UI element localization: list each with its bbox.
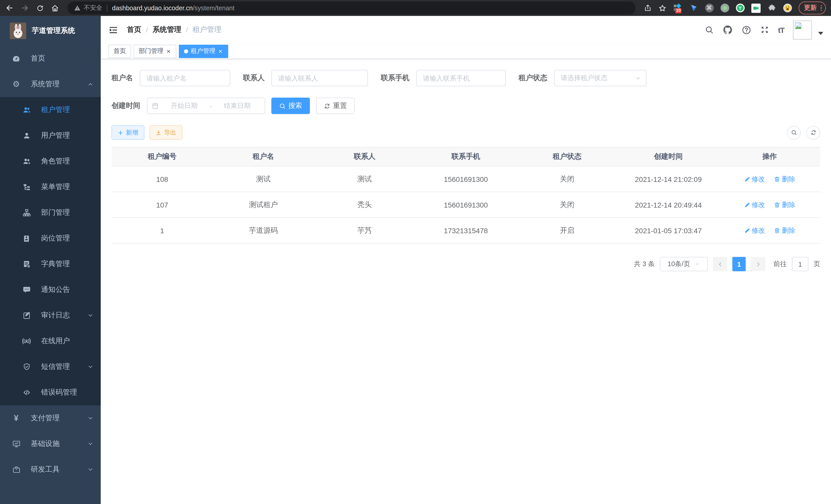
sidebar-item-label: 用户管理 (41, 131, 70, 140)
delete-button[interactable]: 删除 (774, 200, 795, 209)
sidebar-item-error-code-management[interactable]: 错误码管理 (0, 380, 101, 405)
sidebar-item-label: 支付管理 (31, 414, 60, 423)
extension-blocker-icon[interactable]: 10 (673, 3, 682, 12)
browser-menu-icon[interactable] (821, 5, 822, 11)
close-icon[interactable] (166, 49, 171, 54)
add-button[interactable]: 新增 (112, 125, 144, 140)
toggle-search-icon[interactable] (787, 126, 801, 140)
home-icon[interactable] (51, 4, 59, 12)
sidebar-item-label: 研发工具 (31, 465, 60, 474)
sidebar-collapse-icon[interactable] (109, 25, 118, 35)
sidebar-item-dev-tools[interactable]: 研发工具 (0, 457, 101, 482)
tree-icon (22, 183, 31, 191)
avatar-dropdown-icon[interactable] (818, 32, 823, 35)
sidebar-item-system-management[interactable]: ⚙ 系统管理 (0, 71, 101, 97)
font-size-icon[interactable]: tT (778, 25, 784, 34)
sidebar-item-label: 通知公告 (41, 285, 70, 294)
sidebar-item-label: 岗位管理 (41, 234, 70, 243)
broadcast-user-icon (22, 337, 31, 346)
edit-button[interactable]: 修改 (744, 226, 765, 235)
calendar-icon (152, 102, 159, 110)
extension-dot-icon[interactable] (720, 4, 729, 12)
logo-image (10, 23, 26, 39)
breadcrumb-home[interactable]: 首页 (127, 25, 141, 34)
sidebar-item-tenant-management[interactable]: 租户管理 (0, 97, 101, 123)
sidebar-item-label: 在线用户 (41, 336, 70, 346)
extension-y-icon[interactable]: Y (736, 4, 744, 12)
page-size-select[interactable]: 10条/页 (660, 257, 708, 271)
breadcrumb-system[interactable]: 系统管理 (153, 25, 181, 34)
next-page-button[interactable] (751, 257, 765, 271)
status-value: 关闭 (516, 166, 618, 192)
delete-button[interactable]: 删除 (774, 174, 795, 184)
sidebar-item-label: 基础设施 (31, 439, 60, 448)
delete-button[interactable]: 删除 (774, 226, 795, 235)
tenant-status-select[interactable]: 请选择租户状态 (554, 70, 647, 86)
help-icon[interactable] (742, 25, 751, 35)
sidebar-item-home[interactable]: 首页 (0, 46, 101, 71)
extension-kite-icon[interactable] (689, 3, 698, 12)
page-number-1[interactable]: 1 (732, 257, 746, 271)
edit-button[interactable]: 修改 (744, 174, 765, 184)
column-header: 租户状态 (516, 147, 618, 166)
sidebar-item-payment-management[interactable]: ¥ 支付管理 (0, 405, 101, 431)
reset-button[interactable]: 重置 (316, 98, 354, 114)
sidebar-item-notice-management[interactable]: 通知公告 (0, 277, 101, 303)
forward-icon[interactable] (21, 4, 29, 12)
search-button[interactable]: 搜索 (271, 98, 310, 114)
chevron-down-icon (87, 467, 93, 473)
sidebar-item-online-users[interactable]: 在线用户 (0, 328, 101, 354)
header-search-icon[interactable] (705, 25, 714, 34)
edit-icon (744, 176, 750, 182)
toolbox-icon (12, 466, 21, 474)
prev-page-button[interactable] (713, 257, 727, 271)
edit-button[interactable]: 修改 (744, 200, 765, 209)
mobile-label: 联系手机 (381, 73, 409, 83)
org-chart-icon (22, 209, 31, 217)
export-button[interactable]: 导出 (149, 125, 182, 140)
sidebar-item-label: 错误码管理 (41, 388, 77, 397)
app-logo[interactable]: 芋道管理系统 (0, 16, 101, 46)
mobile-input[interactable] (416, 70, 506, 86)
address-bar[interactable]: 不安全 dashboard.yudao.iocoder.cn/system/te… (67, 2, 635, 14)
extension-meet-icon[interactable] (751, 3, 760, 12)
users-icon (22, 157, 31, 166)
close-icon[interactable] (218, 49, 223, 54)
sidebar-item-dept-management[interactable]: 部门管理 (0, 200, 101, 226)
browser-update-button[interactable]: 更新 (798, 2, 826, 14)
refresh-table-icon[interactable] (806, 126, 820, 140)
github-icon[interactable] (722, 25, 733, 35)
sidebar-item-sms-management[interactable]: 短信管理 (0, 354, 101, 380)
sidebar-item-infrastructure[interactable]: 基础设施 (0, 431, 101, 457)
sidebar-item-user-management[interactable]: 用户管理 (0, 123, 101, 148)
sidebar-item-role-management[interactable]: 角色管理 (0, 148, 101, 174)
tenant-name-label: 租户名 (112, 73, 133, 83)
sidebar-item-audit-log[interactable]: 审计日志 (0, 303, 101, 328)
share-icon[interactable] (644, 4, 651, 12)
sidebar-item-post-management[interactable]: 岗位管理 (0, 226, 101, 251)
monitor-icon (12, 440, 21, 448)
sidebar-item-menu-management[interactable]: 菜单管理 (0, 174, 101, 200)
extension-command-icon[interactable]: ⌘ (705, 4, 714, 12)
contact-input[interactable] (271, 70, 368, 86)
chevron-left-icon (717, 261, 723, 267)
extensions-puzzle-icon[interactable] (767, 3, 776, 12)
reload-icon[interactable] (36, 4, 44, 12)
bookmark-star-icon[interactable] (658, 4, 666, 12)
tab-home[interactable]: 首页 (109, 45, 131, 58)
sidebar-item-dict-management[interactable]: 字典管理 (0, 251, 101, 277)
start-date-placeholder: 开始日期 (161, 101, 208, 111)
column-header: 联系人 (314, 147, 415, 166)
back-icon[interactable] (5, 4, 14, 12)
create-time-range-picker[interactable]: 开始日期 - 结束日期 (147, 98, 265, 114)
extension-badge: 10 (675, 8, 682, 13)
refresh-icon (324, 102, 331, 109)
chevron-up-icon (87, 81, 93, 87)
tenant-name-input[interactable] (140, 70, 230, 86)
goto-page-input[interactable]: 1 (792, 257, 808, 271)
user-avatar[interactable] (793, 20, 812, 39)
tab-tenant-management[interactable]: 租户管理 (179, 45, 228, 58)
profile-avatar-icon[interactable] (783, 4, 792, 12)
tab-dept-management[interactable]: 部门管理 (134, 45, 176, 58)
fullscreen-icon[interactable] (760, 25, 769, 34)
